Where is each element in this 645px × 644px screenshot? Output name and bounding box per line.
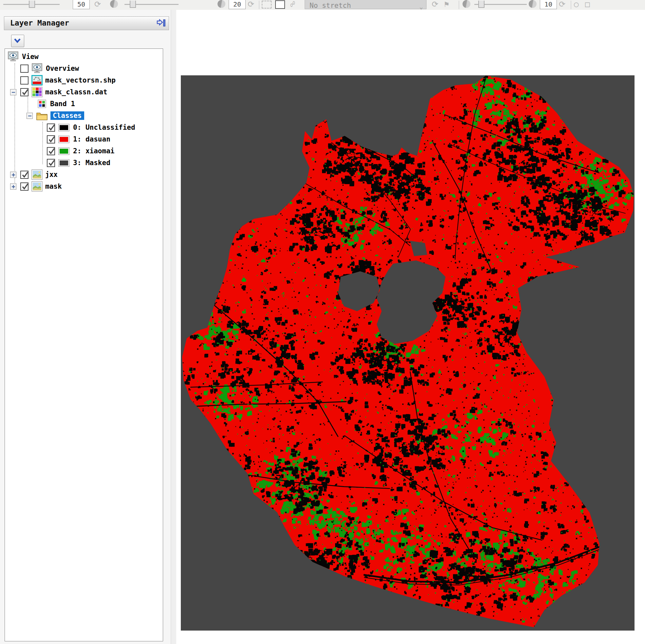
slider-handle[interactable] — [29, 1, 35, 8]
tree-item-label: mask — [45, 183, 62, 190]
expand-expander[interactable] — [10, 172, 16, 178]
tree-item-label: View — [22, 53, 39, 61]
class-label: 3: Masked — [73, 159, 111, 167]
map-view — [176, 10, 645, 644]
layer-checkbox-unchecked[interactable] — [20, 64, 28, 73]
stretch-value: No stretch — [309, 2, 351, 9]
tree-item-class-dasuan[interactable]: 1: dasuan — [5, 133, 163, 145]
tree-item-mask-classn[interactable]: mask_classn.dat — [5, 86, 163, 98]
tree-item-label: jxx — [45, 171, 58, 179]
class-color-swatch — [58, 124, 69, 131]
spinbox-10[interactable]: 10 — [540, 0, 557, 9]
class-checkbox-checked[interactable] — [47, 147, 55, 155]
layer-tree: View Overview — [5, 48, 163, 641]
layer-checkbox-checked[interactable] — [20, 183, 28, 191]
refresh-icon[interactable]: ⟳ — [559, 0, 566, 9]
top-toolbar: 50 ⟳ 20 ⟳ ☍ No stretch ⌄ ⟳ ⚑ 10 ⟳ ○ □ — [0, 0, 645, 10]
collapse-expander[interactable] — [10, 89, 16, 95]
layer-manager-panel: Layer Manager View — [0, 10, 170, 644]
class-checkbox-checked[interactable] — [47, 159, 55, 167]
expand-expander[interactable] — [10, 183, 16, 190]
sharpen-ball-icon — [462, 0, 470, 8]
class-checkbox-checked[interactable] — [47, 135, 55, 144]
view-monitor-icon — [8, 51, 19, 62]
panel-splitter[interactable] — [171, 10, 177, 644]
toolbar-separator — [259, 1, 259, 9]
layer-checkbox-checked[interactable] — [20, 171, 28, 179]
north-arrow-icon[interactable]: □ — [585, 0, 590, 9]
toolbar-separator — [459, 1, 459, 9]
panel-title: Layer Manager — [10, 19, 69, 27]
toolbar-separator — [571, 1, 571, 9]
raster-class-icon — [31, 87, 43, 97]
folder-icon — [36, 111, 48, 121]
chevron-down-icon — [11, 35, 23, 46]
globe-icon[interactable]: ☍ — [290, 0, 295, 9]
tree-item-label-selected: Classes — [50, 112, 84, 120]
class-color-swatch — [58, 136, 69, 143]
refresh-icon[interactable]: ⟳ — [248, 0, 254, 9]
class-checkbox-checked[interactable] — [47, 124, 55, 132]
zoom-box-icon[interactable] — [262, 1, 271, 9]
band-grid-icon — [38, 99, 46, 108]
view-monitor-icon — [31, 63, 43, 74]
spinbox-20[interactable]: 20 — [229, 0, 246, 9]
classification-map-canvas[interactable] — [181, 75, 635, 631]
tree-item-mask-vectorsn[interactable]: mask_vectorsn.shp — [5, 74, 163, 86]
stretch-dropdown[interactable]: No stretch ⌄ — [305, 0, 427, 9]
tree-item-jxx[interactable]: jxx — [5, 169, 163, 181]
tree-item-class-unclassified[interactable]: 0: Unclassified — [5, 122, 163, 133]
slider-handle[interactable] — [478, 1, 484, 8]
tree-item-class-masked[interactable]: 3: Masked — [5, 157, 163, 169]
class-label: 1: dasuan — [73, 135, 111, 143]
tree-item-label: mask_classn.dat — [45, 88, 108, 96]
tree-item-class-xiaomai[interactable]: 2: xiaomai — [5, 145, 163, 157]
image-layer-icon — [31, 181, 43, 192]
refresh-icon[interactable]: ⟳ — [94, 0, 101, 9]
panel-titlebar[interactable]: Layer Manager — [4, 16, 169, 30]
tree-item-overview[interactable]: Overview — [5, 62, 163, 74]
spinbox-50[interactable]: 50 — [73, 0, 90, 9]
class-color-swatch — [58, 148, 69, 155]
class-color-swatch — [58, 159, 69, 167]
flag-icon[interactable]: ⚑ — [444, 0, 449, 9]
tree-item-label: Overview — [46, 64, 79, 72]
slider-handle[interactable] — [130, 1, 136, 8]
image-layer-icon — [31, 169, 43, 180]
crop-region-icon[interactable] — [275, 0, 285, 9]
contrast-ball-icon — [218, 0, 225, 8]
layer-checkbox-checked[interactable] — [20, 88, 28, 96]
tree-item-label: mask_vectorsn.shp — [45, 76, 116, 84]
tree-item-classes[interactable]: Classes — [5, 110, 163, 122]
tree-item-view[interactable]: View — [5, 51, 163, 62]
class-label: 0: Unclassified — [73, 124, 135, 131]
refresh-icon[interactable]: ⟳ — [432, 0, 438, 9]
class-label: 2: xiaomai — [73, 147, 114, 155]
rotate-icon[interactable]: ○ — [574, 0, 579, 9]
tree-item-mask[interactable]: mask — [5, 181, 163, 192]
tree-item-label: Band 1 — [50, 100, 75, 108]
layer-options-dropdown-button[interactable] — [11, 35, 24, 47]
collapse-expander[interactable] — [26, 113, 33, 119]
smooth-ball-icon — [529, 0, 536, 8]
vector-layer-icon — [31, 75, 43, 85]
tree-item-band1[interactable]: Band 1 — [5, 98, 163, 110]
layer-checkbox-unchecked[interactable] — [20, 76, 28, 84]
pin-dock-icon[interactable] — [156, 19, 166, 27]
brightness-ball-icon — [110, 0, 118, 8]
chevron-down-icon: ⌄ — [419, 0, 423, 10]
